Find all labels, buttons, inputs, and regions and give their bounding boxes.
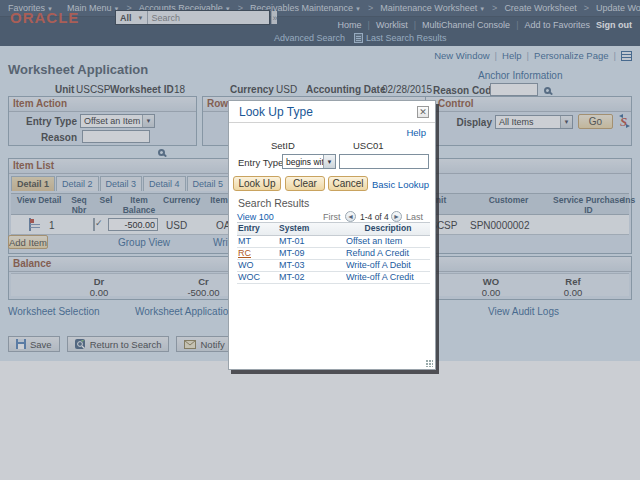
results-header-row: Entry Type System Function ID Descriptio…: [237, 223, 430, 236]
result-link[interactable]: Refund A Credit: [346, 248, 409, 258]
result-link[interactable]: Offset an Item: [346, 236, 402, 246]
result-link-active[interactable]: RC: [238, 248, 251, 258]
operator-select[interactable]: begins with▼: [282, 154, 336, 169]
result-link[interactable]: Write-off A Debit: [346, 260, 411, 270]
col-description: Description: [346, 223, 430, 235]
result-link[interactable]: WOC: [238, 272, 260, 282]
result-link[interactable]: MT: [238, 236, 251, 246]
entry-type-search-input[interactable]: [339, 154, 429, 169]
search-results-heading: Search Results: [238, 197, 309, 209]
result-link[interactable]: MT-01: [279, 236, 305, 246]
chevron-down-icon: ▼: [323, 155, 335, 168]
clear-button[interactable]: Clear: [285, 176, 325, 191]
look-up-button[interactable]: Look Up: [233, 176, 281, 191]
resize-handle[interactable]: [426, 360, 433, 367]
col-system-function-id: System Function ID: [279, 223, 346, 235]
result-row[interactable]: MT MT-01 Offset an Item: [237, 236, 430, 248]
entry-type-lookup-label: Entry Type: [238, 157, 283, 168]
pagination-last: Last: [406, 212, 423, 222]
page-next-icon[interactable]: ►: [391, 211, 402, 222]
close-icon[interactable]: ✕: [417, 106, 429, 118]
result-link[interactable]: MT-09: [279, 248, 305, 258]
result-link[interactable]: MT-02: [279, 272, 305, 282]
view-100-link[interactable]: View 100: [237, 212, 274, 222]
application-window: Favorites▼ Main Menu▼ > Accounts Receiva…: [0, 0, 640, 480]
setid-label: SetID: [271, 140, 295, 151]
result-link[interactable]: Write-off A Credit: [346, 272, 414, 282]
result-row[interactable]: WO MT-03 Write-off A Debit: [237, 260, 430, 272]
basic-lookup-link[interactable]: Basic Lookup: [372, 179, 429, 190]
dialog-title: Look Up Type: [239, 105, 313, 119]
result-link[interactable]: WO: [238, 260, 254, 270]
lookup-type-dialog: Look Up Type ✕ Help SetID USC01 Entry Ty…: [228, 100, 436, 370]
result-row[interactable]: RC MT-09 Refund A Credit: [237, 248, 430, 260]
setid-value: USC01: [353, 140, 384, 151]
cancel-button[interactable]: Cancel: [328, 176, 368, 191]
search-results-table: Entry Type System Function ID Descriptio…: [237, 222, 430, 284]
dialog-help-link[interactable]: Help: [406, 127, 426, 138]
dialog-titlebar: Look Up Type ✕: [229, 101, 435, 123]
result-row[interactable]: WOC MT-02 Write-off A Credit: [237, 272, 430, 284]
result-link[interactable]: MT-03: [279, 260, 305, 270]
page-previous-icon[interactable]: ◄: [345, 211, 356, 222]
col-entry-type: Entry Type: [237, 223, 279, 235]
pagination-first: First: [323, 212, 341, 222]
pagination-range: 1-4 of 4: [360, 212, 389, 222]
